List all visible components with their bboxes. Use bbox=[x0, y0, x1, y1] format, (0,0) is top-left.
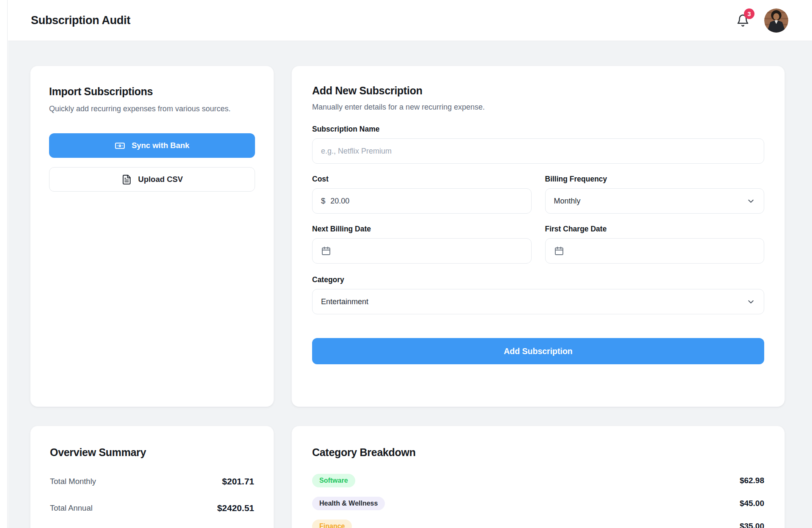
summary-row: Total Monthly $201.71 bbox=[50, 476, 254, 487]
cost-label: Cost bbox=[312, 175, 532, 184]
upload-csv-button[interactable]: Upload CSV bbox=[49, 167, 255, 192]
first-charge-date-field-group: First Charge Date bbox=[545, 225, 765, 264]
top-bar: Subscription Audit 3 bbox=[8, 0, 812, 41]
summary-row-value: $201.71 bbox=[222, 476, 254, 487]
avatar[interactable] bbox=[764, 8, 788, 33]
page-title: Subscription Audit bbox=[31, 14, 130, 27]
category-badge: Finance bbox=[312, 520, 352, 528]
first-charge-date-label: First Charge Date bbox=[545, 225, 765, 234]
chevron-down-icon bbox=[746, 297, 755, 306]
currency-prefix: $ bbox=[321, 196, 325, 206]
category-breakdown-card: Category Breakdown Software $62.98 Healt… bbox=[291, 426, 785, 528]
summary-row-value: $2420.51 bbox=[217, 503, 254, 513]
summary-card-title: Overview Summary bbox=[50, 446, 254, 459]
category-amount: $45.00 bbox=[740, 499, 764, 508]
billing-frequency-label: Billing Frequency bbox=[545, 175, 765, 184]
calendar-icon bbox=[554, 246, 564, 256]
main-content: Import Subscriptions Quickly add recurri… bbox=[8, 41, 812, 528]
category-row: Health & Wellness $45.00 bbox=[312, 497, 764, 510]
overview-summary-card: Overview Summary Total Monthly $201.71 T… bbox=[30, 426, 274, 528]
notifications-button[interactable]: 3 bbox=[735, 12, 751, 29]
subscription-name-field-group: Subscription Name bbox=[312, 125, 764, 164]
cost-input[interactable] bbox=[330, 189, 522, 213]
breakdown-card-title: Category Breakdown bbox=[312, 446, 764, 459]
summary-row-label: Total Annual bbox=[50, 503, 93, 513]
form-card-description: Manually enter details for a new recurri… bbox=[312, 102, 764, 113]
summary-row-label: Total Monthly bbox=[50, 477, 96, 486]
sync-with-bank-label: Sync with Bank bbox=[132, 141, 189, 150]
upload-csv-label: Upload CSV bbox=[138, 175, 183, 184]
app-window: Subscription Audit 3 bbox=[8, 0, 812, 528]
add-subscription-card: Add New Subscription Manually enter deta… bbox=[291, 66, 785, 407]
subscription-name-input[interactable] bbox=[321, 139, 755, 163]
import-card-description: Quickly add recurring expenses from vari… bbox=[49, 103, 255, 115]
next-billing-date-field-group: Next Billing Date bbox=[312, 225, 532, 264]
notification-count-badge: 3 bbox=[744, 8, 754, 19]
next-billing-date-label: Next Billing Date bbox=[312, 225, 532, 234]
chevron-down-icon bbox=[746, 197, 755, 206]
billing-frequency-field-group: Billing Frequency Monthly bbox=[545, 175, 765, 214]
category-label: Category bbox=[312, 275, 764, 284]
add-subscription-button[interactable]: Add Subscription bbox=[312, 338, 764, 364]
import-subscriptions-card: Import Subscriptions Quickly add recurri… bbox=[30, 66, 274, 407]
billing-frequency-value: Monthly bbox=[554, 197, 581, 206]
category-value: Entertainment bbox=[321, 297, 368, 306]
category-row: Software $62.98 bbox=[312, 474, 764, 487]
left-rail bbox=[0, 0, 8, 528]
file-text-icon bbox=[121, 174, 132, 185]
category-select[interactable]: Entertainment bbox=[312, 289, 764, 314]
topbar-actions: 3 bbox=[735, 8, 788, 33]
category-amount: $35.00 bbox=[740, 522, 764, 528]
import-card-title: Import Subscriptions bbox=[49, 85, 255, 98]
category-field-group: Category Entertainment bbox=[312, 275, 764, 314]
summary-row: Total Annual $2420.51 bbox=[50, 503, 254, 513]
category-badge: Health & Wellness bbox=[312, 497, 385, 510]
import-actions: Sync with Bank Upload CSV bbox=[49, 133, 255, 192]
cost-field-group: Cost $ bbox=[312, 175, 532, 214]
add-subscription-label: Add Subscription bbox=[504, 346, 573, 356]
next-billing-date-input[interactable] bbox=[312, 238, 532, 264]
billing-frequency-select[interactable]: Monthly bbox=[545, 188, 765, 214]
first-charge-date-input[interactable] bbox=[545, 238, 765, 264]
category-amount: $62.98 bbox=[740, 476, 764, 485]
avatar-image bbox=[764, 8, 788, 33]
form-card-title: Add New Subscription bbox=[312, 85, 764, 97]
calendar-icon bbox=[321, 246, 331, 256]
sync-with-bank-button[interactable]: Sync with Bank bbox=[49, 133, 255, 158]
category-row: Finance $35.00 bbox=[312, 520, 764, 528]
category-badge: Software bbox=[312, 474, 355, 487]
banknote-icon bbox=[115, 140, 125, 151]
subscription-name-label: Subscription Name bbox=[312, 125, 764, 134]
